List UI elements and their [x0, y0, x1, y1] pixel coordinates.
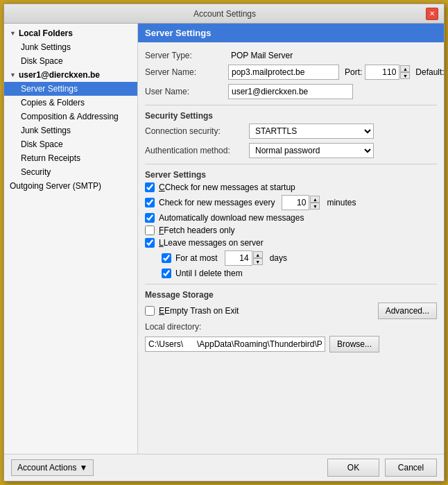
for-at-most-row: For at most ▲ ▼ days	[162, 250, 437, 266]
port-input[interactable]	[365, 65, 399, 80]
auto-download-checkbox[interactable]	[145, 213, 155, 223]
sidebar-item-composition[interactable]: Composition & Addressing	[4, 110, 137, 124]
auth-method-row: Authentication method: Normal password E…	[145, 143, 437, 158]
window-title: Account Settings	[24, 9, 426, 19]
every-spin-down[interactable]: ▼	[310, 203, 320, 210]
divider3	[145, 284, 437, 284]
username-label: User Name:	[145, 87, 228, 96]
user-account-label: user1@dierckxen.be	[19, 70, 100, 80]
sidebar-item-copies[interactable]: Copies & Folders	[4, 96, 137, 110]
empty-trash-row: EEmpty Trash on Exit Advanced...	[145, 303, 437, 319]
server-name-label: Server Name:	[145, 67, 228, 77]
until-delete-checkbox[interactable]	[162, 269, 171, 278]
message-storage-title: Message Storage	[145, 290, 437, 300]
main-content: Server Type: POP Mail Server Server Name…	[138, 48, 444, 454]
server-type-label: Server Type:	[145, 51, 228, 60]
port-group: ▲ ▼	[365, 65, 410, 80]
server-settings-sub-title: Server Settings	[145, 170, 437, 180]
for-at-most-spinner[interactable]: ▲ ▼	[253, 251, 263, 265]
titlebar: Account Settings ✕	[4, 4, 444, 24]
connection-security-label: Connection security:	[145, 126, 249, 136]
bottom-bar: Account Actions ▼ OK Cancel	[4, 454, 444, 481]
username-input[interactable]	[228, 84, 353, 99]
ok-cancel-area: OK Cancel	[327, 459, 437, 477]
fetch-headers-row: FFetch headers only	[145, 226, 437, 235]
close-button[interactable]: ✕	[426, 8, 438, 20]
auto-download-label[interactable]: Automatically download new messages	[159, 213, 304, 223]
for-at-most-spinner-group: ▲ ▼	[225, 250, 263, 266]
for-at-most-checkbox[interactable]	[162, 253, 171, 263]
most-spin-up[interactable]: ▲	[253, 251, 263, 258]
check-startup-checkbox[interactable]	[145, 182, 155, 192]
port-spin-up[interactable]: ▲	[400, 65, 410, 72]
port-label: Port:	[345, 67, 362, 77]
sidebar-item-receipts[interactable]: Return Receipts	[4, 151, 137, 165]
check-every-unit: minutes	[327, 198, 356, 207]
for-at-most-input[interactable]	[225, 250, 252, 266]
sidebar-item-outgoing[interactable]: Outgoing Server (SMTP)	[4, 179, 137, 193]
divider1	[145, 105, 437, 105]
empty-trash-label[interactable]: EEmpty Trash on Exit	[159, 306, 239, 316]
divider2	[145, 164, 437, 164]
server-settings-header: Server Settings	[138, 24, 444, 42]
until-delete-row: Until I delete them	[162, 269, 437, 278]
default-label: Default:	[415, 67, 444, 77]
user-account-header[interactable]: ▼ user1@dierckxen.be	[4, 68, 137, 82]
for-at-most-label[interactable]: For at most	[175, 253, 218, 263]
server-name-input[interactable]	[228, 65, 339, 80]
check-every-spinner[interactable]: ▲ ▼	[310, 196, 320, 210]
every-spin-up[interactable]: ▲	[310, 196, 320, 203]
security-settings-title: Security Settings	[145, 111, 437, 121]
account-settings-window: Account Settings ✕ ▼ Local Folders Junk …	[3, 3, 445, 482]
empty-trash-checkbox[interactable]	[145, 306, 155, 316]
most-spin-down[interactable]: ▼	[253, 258, 263, 265]
triangle-icon2: ▼	[10, 71, 16, 78]
connection-security-row: Connection security: STARTTLS None SSL/T…	[145, 124, 437, 139]
leave-messages-checkbox[interactable]	[145, 238, 155, 248]
main-panel: Server Settings Server Type: POP Mail Se…	[138, 24, 444, 454]
sidebar-item-security[interactable]: Security	[4, 165, 137, 179]
check-startup-label[interactable]: CCheck for new messages at startup	[159, 182, 295, 192]
fetch-headers-label[interactable]: FFetch headers only	[159, 226, 234, 235]
sidebar-item-disk2[interactable]: Disk Space	[4, 137, 137, 151]
leave-messages-row: LLeave messages on server	[145, 238, 437, 248]
check-every-input[interactable]	[282, 195, 309, 210]
triangle-icon: ▼	[10, 30, 16, 37]
local-dir-label: Local directory:	[145, 322, 228, 332]
sidebar-item-junk2[interactable]: Junk Settings	[4, 124, 137, 137]
server-name-row: Server Name: Port: ▲ ▼ Default: 110	[145, 65, 437, 80]
until-delete-label[interactable]: Until I delete them	[175, 269, 243, 278]
auth-method-label: Authentication method:	[145, 146, 249, 155]
cancel-button[interactable]: Cancel	[385, 459, 437, 477]
local-dir-input[interactable]	[145, 337, 325, 352]
account-actions-label: Account Actions	[17, 463, 76, 473]
advanced-button[interactable]: Advanced...	[378, 303, 437, 319]
ok-button[interactable]: OK	[327, 459, 379, 477]
local-dir-label-row: Local directory:	[145, 322, 437, 332]
port-spin-down[interactable]: ▼	[400, 72, 410, 79]
sidebar-item-server-settings[interactable]: Server Settings	[4, 82, 137, 96]
local-folders-header[interactable]: ▼ Local Folders	[4, 26, 137, 40]
sidebar-item-disk[interactable]: Disk Space	[4, 54, 137, 68]
port-spinner[interactable]: ▲ ▼	[400, 65, 410, 79]
leave-messages-label[interactable]: LLeave messages on server	[159, 238, 264, 248]
sidebar: ▼ Local Folders Junk Settings Disk Space…	[4, 24, 138, 454]
connection-security-select[interactable]: STARTTLS None SSL/TLS	[249, 124, 374, 139]
content-area: ▼ Local Folders Junk Settings Disk Space…	[4, 24, 444, 454]
account-actions-button[interactable]: Account Actions ▼	[11, 459, 94, 476]
local-dir-row: Browse...	[145, 336, 437, 352]
server-type-value: POP Mail Server	[231, 51, 293, 60]
auto-download-row: Automatically download new messages	[145, 213, 437, 223]
account-actions-arrow: ▼	[79, 463, 87, 473]
check-every-checkbox[interactable]	[145, 198, 155, 207]
auth-method-select[interactable]: Normal password Encrypted password Kerbe…	[249, 143, 374, 158]
server-type-row: Server Type: POP Mail Server	[145, 51, 437, 60]
sidebar-item-junk[interactable]: Junk Settings	[4, 40, 137, 54]
check-every-spinner-group: ▲ ▼	[282, 195, 320, 210]
fetch-headers-checkbox[interactable]	[145, 226, 155, 235]
browse-button[interactable]: Browse...	[329, 336, 379, 352]
local-folders-label: Local Folders	[19, 28, 73, 38]
check-startup-row: CCheck for new messages at startup	[145, 182, 437, 192]
username-row: User Name:	[145, 84, 437, 99]
check-every-label[interactable]: Check for new messages every	[159, 198, 275, 207]
